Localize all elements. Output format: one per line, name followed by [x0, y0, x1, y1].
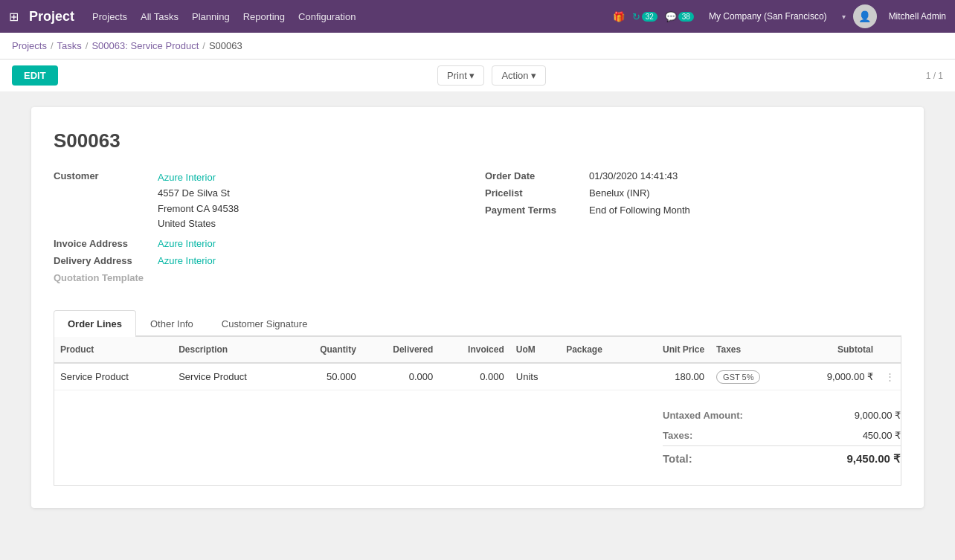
col-subtotal: Subtotal [793, 337, 879, 363]
gift-icon[interactable]: 🎁 [613, 11, 625, 22]
right-fields: Order Date 01/30/2020 14:41:43 Pricelist… [485, 170, 901, 289]
total-value: 9,450.00 ₹ [846, 452, 901, 466]
customer-name[interactable]: Azure Interior [158, 170, 239, 186]
customer-label: Customer [54, 170, 158, 181]
row-quantity: 50.000 [291, 363, 362, 390]
pagination: 1 / 1 [926, 71, 943, 81]
nav-planning[interactable]: Planning [192, 11, 230, 22]
tax-badge: GST 5% [716, 370, 760, 384]
app-title: Project [29, 9, 74, 25]
left-fields: Customer Azure Interior 4557 De Silva St… [54, 170, 470, 289]
company-selector[interactable]: My Company (San Francisco) [709, 11, 827, 22]
customer-field-row: Customer Azure Interior 4557 De Silva St… [54, 170, 470, 232]
taxes-row: Taxes: 450.00 ₹ [663, 425, 901, 445]
breadcrumb-projects[interactable]: Projects [12, 40, 47, 51]
separator-3: / [202, 40, 205, 51]
payment-terms-label: Payment Terms [485, 205, 589, 216]
untaxed-amount-value: 9,000.00 ₹ [855, 410, 901, 421]
nav-links: Projects All Tasks Planning Reporting Co… [92, 11, 613, 22]
separator-2: / [86, 40, 89, 51]
customer-addr2: Fremont CA 94538 [158, 202, 239, 217]
customer-addr3: United States [158, 216, 239, 232]
col-taxes: Taxes [710, 337, 793, 363]
user-name: Mitchell Admin [889, 11, 946, 22]
invoice-address-field-row: Invoice Address Azure Interior [54, 238, 470, 249]
col-unit-price: Unit Price [631, 337, 710, 363]
col-invoiced: Invoiced [439, 337, 510, 363]
document-title: S00063 [54, 129, 901, 152]
order-date-label: Order Date [485, 170, 589, 181]
nav-projects[interactable]: Projects [92, 11, 127, 22]
grid-icon[interactable]: ⊞ [9, 10, 19, 24]
breadcrumb-current: S00063 [209, 40, 242, 51]
row-description: Service Product [173, 363, 291, 390]
toolbar: EDIT Print ▾ Action ▾ 1 / 1 [0, 59, 955, 92]
table-wrapper: Product Description Quantity Delivered I… [54, 337, 901, 390]
avatar[interactable]: 👤 [853, 4, 877, 28]
row-delivered: 0.000 [362, 363, 439, 390]
separator-1: / [51, 40, 54, 51]
row-package [560, 363, 631, 390]
order-date-value: 01/30/2020 14:41:43 [589, 170, 678, 181]
tab-content: Product Description Quantity Delivered I… [54, 337, 901, 486]
message-icon-badge[interactable]: 💬 38 [665, 11, 694, 22]
order-date-field-row: Order Date 01/30/2020 14:41:43 [485, 170, 901, 181]
order-table: Product Description Quantity Delivered I… [54, 337, 901, 390]
row-unit-price: 180.00 [631, 363, 710, 390]
tab-order-lines[interactable]: Order Lines [54, 310, 136, 337]
print-button[interactable]: Print ▾ [437, 65, 484, 86]
quotation-template-field-row: Quotation Template [54, 272, 470, 283]
pricelist-value: Benelux (INR) [589, 187, 650, 199]
payment-terms-field-row: Payment Terms End of Following Month [485, 205, 901, 216]
row-dots-menu[interactable]: ⋮ [879, 363, 901, 390]
col-description: Description [173, 337, 291, 363]
pricelist-label: Pricelist [485, 187, 589, 199]
untaxed-amount-label: Untaxed Amount: [663, 410, 743, 421]
total-row: Total: 9,450.00 ₹ [663, 445, 901, 470]
nav-reporting[interactable]: Reporting [243, 11, 285, 22]
breadcrumb-tasks[interactable]: Tasks [57, 40, 82, 51]
col-product: Product [54, 337, 173, 363]
row-product: Service Product [54, 363, 173, 390]
edit-button[interactable]: EDIT [12, 65, 58, 86]
col-package: Package [560, 337, 631, 363]
col-uom: UoM [510, 337, 560, 363]
breadcrumb: Projects / Tasks / S00063: Service Produ… [0, 33, 955, 59]
quotation-template-label: Quotation Template [54, 272, 158, 283]
col-quantity: Quantity [291, 337, 362, 363]
table-body: Service Product Service Product 50.000 0… [54, 363, 901, 390]
tab-other-info[interactable]: Other Info [136, 310, 208, 337]
breadcrumb-service-product[interactable]: S00063: Service Product [91, 40, 199, 51]
col-delivered: Delivered [362, 337, 439, 363]
table-row: Service Product Service Product 50.000 0… [54, 363, 901, 390]
nav-configuration[interactable]: Configuration [298, 11, 356, 22]
total-label: Total: [663, 452, 692, 466]
activity-icon-badge[interactable]: ↻ 32 [632, 11, 657, 22]
invoice-address-label: Invoice Address [54, 238, 158, 249]
customer-value: Azure Interior 4557 De Silva St Fremont … [158, 170, 239, 232]
invoice-address-value[interactable]: Azure Interior [158, 238, 216, 249]
row-invoiced: 0.000 [439, 363, 510, 390]
chevron-down-icon: ▾ [842, 13, 846, 21]
row-subtotal: 9,000.00 ₹ [793, 363, 879, 390]
top-nav: ⊞ Project Projects All Tasks Planning Re… [0, 0, 955, 33]
pricelist-field-row: Pricelist Benelux (INR) [485, 187, 901, 199]
fields-grid: Customer Azure Interior 4557 De Silva St… [54, 170, 901, 289]
row-uom: Units [510, 363, 560, 390]
delivery-address-field-row: Delivery Address Azure Interior [54, 255, 470, 266]
table-header: Product Description Quantity Delivered I… [54, 337, 901, 363]
taxes-value: 450.00 ₹ [863, 430, 901, 441]
customer-addr1: 4557 De Silva St [158, 186, 239, 202]
document-card: S00063 Customer Azure Interior 4557 De S… [31, 107, 924, 508]
action-button[interactable]: Action ▾ [492, 65, 546, 86]
totals-section: Untaxed Amount: 9,000.00 ₹ Taxes: 450.00… [54, 405, 901, 470]
tab-customer-signature[interactable]: Customer Signature [208, 310, 322, 337]
untaxed-amount-row: Untaxed Amount: 9,000.00 ₹ [663, 405, 901, 425]
totals-table: Untaxed Amount: 9,000.00 ₹ Taxes: 450.00… [663, 405, 901, 470]
nav-all-tasks[interactable]: All Tasks [141, 11, 179, 22]
activity-badge: 32 [642, 12, 657, 22]
delivery-address-value[interactable]: Azure Interior [158, 255, 216, 266]
payment-terms-value: End of Following Month [589, 205, 690, 216]
right-icons: 🎁 ↻ 32 💬 38 My Company (San Francisco) ▾… [613, 4, 946, 28]
delivery-address-label: Delivery Address [54, 255, 158, 266]
